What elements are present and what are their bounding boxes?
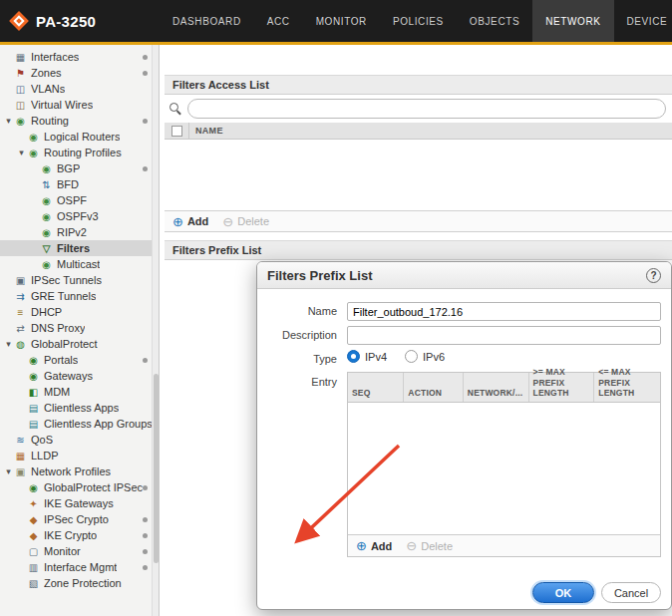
select-all-checkbox[interactable]	[171, 126, 182, 137]
nav-objects[interactable]: OBJECTS	[457, 0, 532, 42]
name-input[interactable]	[347, 302, 661, 321]
gre-tunnels-icon: ⇉	[14, 291, 27, 302]
cancel-button[interactable]: Cancel	[601, 582, 661, 603]
entry-table-body	[348, 403, 660, 534]
entry-column-header-2[interactable]: NETWORK/...	[464, 373, 529, 402]
entry-table-toolbar: ⊕ Add ⊖ Delete	[348, 534, 660, 556]
type-radio-ipv6[interactable]: IPv6	[405, 350, 445, 363]
description-input[interactable]	[347, 326, 661, 345]
entry-delete-label: Delete	[421, 540, 453, 552]
sidebar-item-ospfv3[interactable]: ◉OSPFv3	[0, 208, 159, 224]
nav-network[interactable]: NETWORK	[532, 0, 613, 42]
sidebar-item-label: Clientless App Groups	[44, 418, 153, 430]
sidebar-item-interface-mgmt[interactable]: ▥Interface Mgmt	[0, 559, 159, 575]
ok-button[interactable]: OK	[532, 582, 594, 603]
lldp-icon: ▦	[14, 451, 27, 462]
sidebar-item-logical-routers[interactable]: ◉Logical Routers	[0, 129, 159, 145]
sidebar-item-portals[interactable]: ◉Portals	[0, 352, 159, 368]
nav-policies[interactable]: POLICIES	[380, 0, 457, 42]
sidebar-item-dns-proxy[interactable]: ⇄DNS Proxy	[0, 320, 159, 336]
sidebar-item-clientless-app-groups[interactable]: ▤Clientless App Groups	[0, 416, 159, 432]
add-icon: ⊕	[356, 539, 367, 552]
scrollbar-thumb[interactable]	[154, 374, 159, 563]
sidebar-item-label: MDM	[44, 386, 70, 398]
entry-label: Entry	[257, 376, 337, 388]
delete-button-label: Delete	[237, 215, 269, 227]
entry-column-header-4[interactable]: <= MAX PREFIX LENGTH	[594, 373, 660, 402]
sidebar-item-lldp[interactable]: ▦LLDP	[0, 448, 159, 463]
dns-proxy-icon: ⇄	[14, 323, 27, 334]
entry-column-header-0[interactable]: SEQ	[348, 373, 404, 402]
device-name: PA-3250	[36, 13, 96, 30]
top-nav: DASHBOARDACCMONITORPOLICIESOBJECTSNETWOR…	[160, 0, 672, 42]
sidebar-item-label: Gateways	[44, 370, 93, 382]
sidebar-item-globalprotect-ipsec-crypto[interactable]: ◉GlobalProtect IPSec Crypto	[0, 479, 159, 495]
sidebar-item-network-profiles[interactable]: ▾▣Network Profiles	[0, 463, 159, 479]
sidebar-item-dhcp[interactable]: ≡DHCP	[0, 304, 159, 320]
sidebar-item-mdm[interactable]: ◧MDM	[0, 384, 159, 400]
entry-column-header-3[interactable]: >= MAX PREFIX LENGTH	[529, 373, 595, 402]
sidebar-item-virtual-wires[interactable]: ◫Virtual Wires	[0, 97, 159, 113]
entry-add-button[interactable]: ⊕ Add	[356, 539, 392, 552]
chevron-down-icon[interactable]: ▾	[3, 466, 14, 476]
access-list-search-input[interactable]	[187, 99, 666, 119]
sidebar-item-clientless-apps[interactable]: ▤Clientless Apps	[0, 400, 159, 416]
sidebar-item-zone-protection[interactable]: ▧Zone Protection	[0, 575, 159, 591]
column-header-name[interactable]: NAME	[188, 123, 672, 139]
sidebar-item-label: OSPF	[57, 194, 87, 206]
sidebar-item-globalprotect[interactable]: ▾◍GlobalProtect	[0, 336, 159, 352]
access-list-table-header: NAME	[165, 123, 672, 140]
access-list-delete-button[interactable]: ⊖ Delete	[222, 215, 269, 228]
sidebar-item-zones[interactable]: ⚑Zones	[0, 65, 159, 81]
sidebar-item-label: BFD	[57, 178, 79, 190]
sidebar-item-label: Portals	[44, 354, 78, 366]
sidebar-item-filters[interactable]: ▽Filters	[0, 240, 159, 256]
sidebar-item-monitor[interactable]: ▢Monitor	[0, 543, 159, 559]
sidebar-item-routing[interactable]: ▾◉Routing	[0, 113, 159, 129]
sidebar-item-label: LLDP	[31, 450, 59, 462]
sidebar-item-bgp[interactable]: ◉BGP	[0, 160, 159, 176]
sidebar-item-ospf[interactable]: ◉OSPF	[0, 192, 159, 208]
entry-delete-button[interactable]: ⊖ Delete	[406, 539, 453, 552]
chevron-down-icon[interactable]: ▾	[3, 116, 14, 126]
sidebar-item-routing-profiles[interactable]: ▾◉Routing Profiles	[0, 145, 159, 160]
nav-monitor[interactable]: MONITOR	[303, 0, 380, 42]
sidebar-item-label: Zone Protection	[44, 577, 122, 589]
type-radio-group: IPv4IPv6	[347, 350, 463, 363]
sidebar-item-ike-crypto[interactable]: ◆IKE Crypto	[0, 527, 159, 543]
paloalto-logo-icon	[9, 11, 29, 31]
search-icon	[169, 103, 181, 115]
sidebar-item-multicast[interactable]: ◉Multicast	[0, 256, 159, 272]
radio-unselected-icon[interactable]	[405, 350, 418, 363]
sidebar-item-bfd[interactable]: ⇅BFD	[0, 176, 159, 192]
vlans-icon: ◫	[14, 84, 27, 95]
sidebar-item-gre-tunnels[interactable]: ⇉GRE Tunnels	[0, 288, 159, 304]
sidebar-item-interfaces[interactable]: ▦Interfaces	[0, 49, 159, 65]
item-count-dot	[143, 565, 148, 570]
sidebar-scrollbar[interactable]	[152, 45, 159, 616]
chevron-down-icon[interactable]: ▾	[3, 339, 14, 349]
sidebar-item-ipsec-tunnels[interactable]: ▣IPSec Tunnels	[0, 272, 159, 288]
dialog-header: Filters Prefix List ?	[257, 262, 671, 289]
sidebar-item-label: DHCP	[31, 306, 62, 318]
radio-selected-icon[interactable]	[347, 350, 360, 363]
sidebar-item-label: Logical Routers	[44, 131, 120, 143]
help-icon[interactable]: ?	[646, 268, 661, 283]
sidebar-item-label: Interfaces	[31, 51, 79, 63]
sidebar-item-qos[interactable]: ≋QoS	[0, 432, 159, 448]
chevron-down-icon[interactable]: ▾	[16, 148, 27, 157]
monitor-icon: ▢	[27, 546, 40, 557]
nav-device[interactable]: DEVICE	[614, 0, 672, 42]
sidebar-item-label: Clientless Apps	[44, 402, 119, 414]
access-list-add-button[interactable]: ⊕ Add	[172, 215, 208, 228]
nav-acc[interactable]: ACC	[254, 0, 303, 42]
sidebar-item-ripv2[interactable]: ◉RIPv2	[0, 224, 159, 240]
type-radio-ipv4[interactable]: IPv4	[347, 350, 387, 363]
sidebar-item-ike-gateways[interactable]: ✦IKE Gateways	[0, 495, 159, 511]
sidebar-item-ipsec-crypto[interactable]: ◆IPSec Crypto	[0, 511, 159, 527]
entry-table: SEQACTIONNETWORK/...>= MAX PREFIX LENGTH…	[347, 372, 661, 557]
entry-column-header-1[interactable]: ACTION	[404, 373, 463, 402]
sidebar-item-vlans[interactable]: ◫VLANs	[0, 81, 159, 97]
sidebar-item-gateways[interactable]: ◉Gateways	[0, 368, 159, 384]
nav-dashboard[interactable]: DASHBOARD	[160, 0, 254, 42]
